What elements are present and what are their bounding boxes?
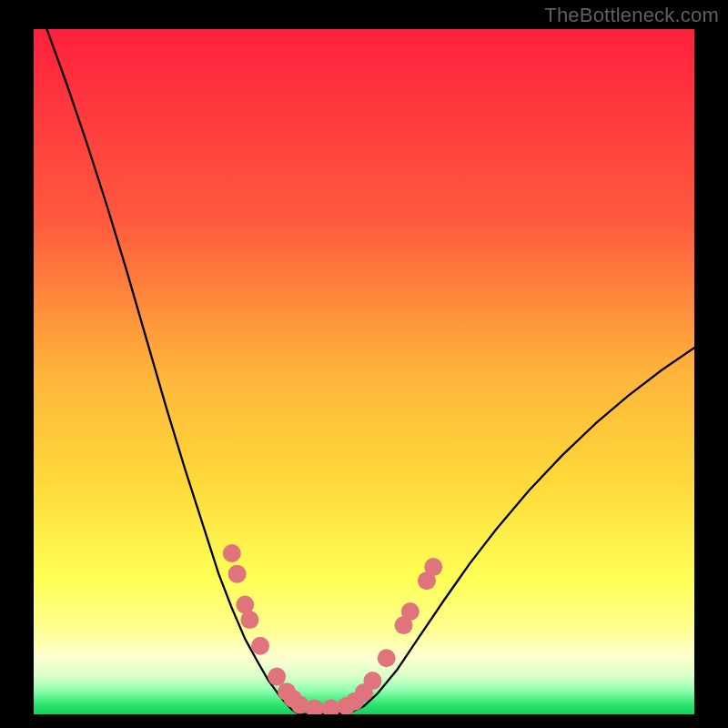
marker-point: [251, 637, 269, 655]
marker-point: [424, 558, 442, 576]
chart-plot: [34, 29, 694, 714]
marker-point: [401, 602, 420, 621]
chart-frame: TheBottleneck.com: [0, 0, 728, 728]
marker-point: [363, 672, 381, 690]
marker-point: [223, 544, 241, 562]
marker-point: [228, 565, 247, 583]
marker-point: [268, 668, 286, 686]
watermark-text: TheBottleneck.com: [544, 4, 719, 27]
marker-point: [240, 611, 258, 629]
chart-svg: [34, 29, 694, 714]
marker-point: [378, 649, 396, 667]
gradient-bg: [34, 29, 694, 714]
